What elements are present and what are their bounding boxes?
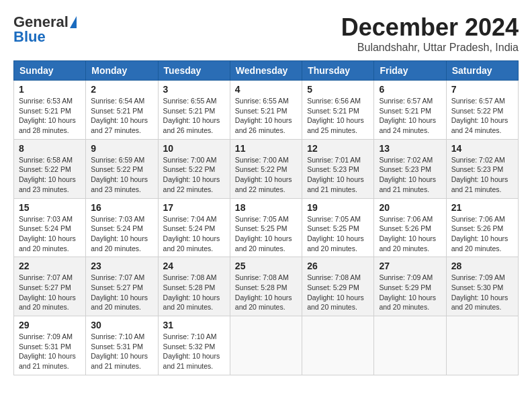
calendar-cell: 1 Sunrise: 6:53 AM Sunset: 5:21 PM Dayli… xyxy=(14,81,86,140)
day-info: Sunrise: 7:03 AM Sunset: 5:24 PM Dayligh… xyxy=(19,214,81,254)
day-number: 6 xyxy=(379,84,441,95)
calendar-cell xyxy=(374,316,446,375)
sunset-label: Sunset: 5:24 PM xyxy=(91,224,143,232)
daylight-label: Daylight: 10 hours and 26 minutes. xyxy=(163,116,220,134)
day-info: Sunrise: 6:58 AM Sunset: 5:22 PM Dayligh… xyxy=(19,155,81,195)
day-info: Sunrise: 7:09 AM Sunset: 5:30 PM Dayligh… xyxy=(451,273,513,312)
sunset-label: Sunset: 5:26 PM xyxy=(379,224,431,232)
daylight-label: Daylight: 10 hours and 20 minutes. xyxy=(91,293,148,312)
day-info: Sunrise: 7:02 AM Sunset: 5:23 PM Dayligh… xyxy=(451,155,513,195)
day-number: 27 xyxy=(379,261,441,271)
sunrise-label: Sunrise: 7:10 AM xyxy=(91,332,144,340)
header-monday: Monday xyxy=(86,61,158,81)
daylight-label: Daylight: 10 hours and 20 minutes. xyxy=(163,234,220,253)
sunrise-label: Sunrise: 7:08 AM xyxy=(235,273,289,281)
daylight-label: Daylight: 10 hours and 22 minutes. xyxy=(235,175,292,193)
daylight-label: Daylight: 10 hours and 21 minutes. xyxy=(307,175,364,193)
day-number: 4 xyxy=(235,84,297,95)
calendar-cell: 11 Sunrise: 7:00 AM Sunset: 5:22 PM Dayl… xyxy=(230,139,302,198)
sunset-label: Sunset: 5:22 PM xyxy=(19,165,71,173)
daylight-label: Daylight: 10 hours and 21 minutes. xyxy=(451,175,508,193)
day-number: 1 xyxy=(19,84,81,95)
sunrise-label: Sunrise: 6:59 AM xyxy=(91,156,144,164)
daylight-label: Daylight: 10 hours and 20 minutes. xyxy=(19,293,76,312)
day-info: Sunrise: 6:53 AM Sunset: 5:21 PM Dayligh… xyxy=(19,96,81,136)
calendar-cell: 3 Sunrise: 6:55 AM Sunset: 5:21 PM Dayli… xyxy=(158,81,230,140)
day-number: 3 xyxy=(163,84,225,95)
sunset-label: Sunset: 5:26 PM xyxy=(451,224,504,232)
calendar-cell: 8 Sunrise: 6:58 AM Sunset: 5:22 PM Dayli… xyxy=(14,139,86,198)
day-info: Sunrise: 6:54 AM Sunset: 5:21 PM Dayligh… xyxy=(91,96,152,136)
daylight-label: Daylight: 10 hours and 21 minutes. xyxy=(163,352,220,370)
day-number: 30 xyxy=(91,320,152,330)
sunrise-label: Sunrise: 7:01 AM xyxy=(307,156,361,164)
day-info: Sunrise: 6:57 AM Sunset: 5:22 PM Dayligh… xyxy=(451,96,513,136)
sunrise-label: Sunrise: 7:10 AM xyxy=(163,332,217,340)
day-number: 25 xyxy=(235,261,297,271)
sunrise-label: Sunrise: 6:55 AM xyxy=(163,97,217,105)
sunrise-label: Sunrise: 7:06 AM xyxy=(451,215,505,223)
sunset-label: Sunset: 5:31 PM xyxy=(91,342,143,351)
daylight-label: Daylight: 10 hours and 20 minutes. xyxy=(235,234,292,253)
day-info: Sunrise: 7:09 AM Sunset: 5:29 PM Dayligh… xyxy=(379,273,441,312)
calendar-cell: 15 Sunrise: 7:03 AM Sunset: 5:24 PM Dayl… xyxy=(14,198,86,257)
sunrise-label: Sunrise: 6:57 AM xyxy=(451,97,505,105)
page-header: General Blue December 2024 Bulandshahr, … xyxy=(13,13,519,54)
header-friday: Friday xyxy=(374,61,446,81)
sunrise-label: Sunrise: 7:00 AM xyxy=(163,156,217,164)
day-number: 11 xyxy=(235,143,297,154)
calendar-cell: 31 Sunrise: 7:10 AM Sunset: 5:32 PM Dayl… xyxy=(158,316,230,375)
day-number: 17 xyxy=(163,202,225,213)
sunrise-label: Sunrise: 7:05 AM xyxy=(307,215,361,223)
calendar-subtitle: Bulandshahr, Uttar Pradesh, India xyxy=(341,42,519,54)
day-number: 29 xyxy=(19,320,81,330)
header-tuesday: Tuesday xyxy=(158,61,230,81)
daylight-label: Daylight: 10 hours and 20 minutes. xyxy=(91,234,148,253)
sunset-label: Sunset: 5:27 PM xyxy=(91,283,143,291)
day-number: 18 xyxy=(235,202,297,213)
day-info: Sunrise: 7:00 AM Sunset: 5:22 PM Dayligh… xyxy=(163,155,225,195)
calendar-cell xyxy=(446,316,518,375)
sunset-label: Sunset: 5:23 PM xyxy=(379,165,431,173)
calendar-cell: 21 Sunrise: 7:06 AM Sunset: 5:26 PM Dayl… xyxy=(446,198,518,257)
header-thursday: Thursday xyxy=(302,61,374,81)
daylight-label: Daylight: 10 hours and 20 minutes. xyxy=(19,234,76,253)
daylight-label: Daylight: 10 hours and 25 minutes. xyxy=(307,116,364,134)
logo-blue: Blue xyxy=(13,28,46,46)
sunset-label: Sunset: 5:25 PM xyxy=(307,224,359,232)
daylight-label: Daylight: 10 hours and 20 minutes. xyxy=(379,293,436,312)
sunset-label: Sunset: 5:23 PM xyxy=(307,165,359,173)
calendar-cell: 13 Sunrise: 7:02 AM Sunset: 5:23 PM Dayl… xyxy=(374,139,446,198)
week-row-1: 1 Sunrise: 6:53 AM Sunset: 5:21 PM Dayli… xyxy=(14,81,519,140)
calendar-cell: 12 Sunrise: 7:01 AM Sunset: 5:23 PM Dayl… xyxy=(302,139,374,198)
daylight-label: Daylight: 10 hours and 20 minutes. xyxy=(451,293,508,312)
sunset-label: Sunset: 5:28 PM xyxy=(163,283,216,291)
day-info: Sunrise: 7:02 AM Sunset: 5:23 PM Dayligh… xyxy=(379,155,441,195)
sunrise-label: Sunrise: 6:56 AM xyxy=(307,97,361,105)
sunset-label: Sunset: 5:22 PM xyxy=(91,165,143,173)
calendar-cell: 18 Sunrise: 7:05 AM Sunset: 5:25 PM Dayl… xyxy=(230,198,302,257)
daylight-label: Daylight: 10 hours and 23 minutes. xyxy=(19,175,76,193)
day-number: 8 xyxy=(19,143,81,154)
day-number: 9 xyxy=(91,143,152,154)
sunset-label: Sunset: 5:21 PM xyxy=(379,107,431,115)
calendar-cell: 27 Sunrise: 7:09 AM Sunset: 5:29 PM Dayl… xyxy=(374,257,446,316)
day-info: Sunrise: 7:05 AM Sunset: 5:25 PM Dayligh… xyxy=(235,214,297,254)
day-info: Sunrise: 6:55 AM Sunset: 5:21 PM Dayligh… xyxy=(235,96,297,136)
sunrise-label: Sunrise: 7:04 AM xyxy=(163,215,217,223)
calendar-cell: 9 Sunrise: 6:59 AM Sunset: 5:22 PM Dayli… xyxy=(86,139,158,198)
day-info: Sunrise: 7:06 AM Sunset: 5:26 PM Dayligh… xyxy=(379,214,441,254)
calendar-cell: 5 Sunrise: 6:56 AM Sunset: 5:21 PM Dayli… xyxy=(302,81,374,140)
sunset-label: Sunset: 5:24 PM xyxy=(163,224,216,232)
calendar-cell: 4 Sunrise: 6:55 AM Sunset: 5:21 PM Dayli… xyxy=(230,81,302,140)
calendar-table: Sunday Monday Tuesday Wednesday Thursday… xyxy=(13,60,519,375)
calendar-cell: 2 Sunrise: 6:54 AM Sunset: 5:21 PM Dayli… xyxy=(86,81,158,140)
sunset-label: Sunset: 5:32 PM xyxy=(163,342,216,351)
daylight-label: Daylight: 10 hours and 20 minutes. xyxy=(451,234,508,253)
daylight-label: Daylight: 10 hours and 20 minutes. xyxy=(235,293,292,312)
daylight-label: Daylight: 10 hours and 20 minutes. xyxy=(307,234,364,253)
day-info: Sunrise: 7:10 AM Sunset: 5:31 PM Dayligh… xyxy=(91,332,152,371)
week-row-2: 8 Sunrise: 6:58 AM Sunset: 5:22 PM Dayli… xyxy=(14,139,519,198)
week-row-4: 22 Sunrise: 7:07 AM Sunset: 5:27 PM Dayl… xyxy=(14,257,519,316)
day-info: Sunrise: 6:56 AM Sunset: 5:21 PM Dayligh… xyxy=(307,96,369,136)
